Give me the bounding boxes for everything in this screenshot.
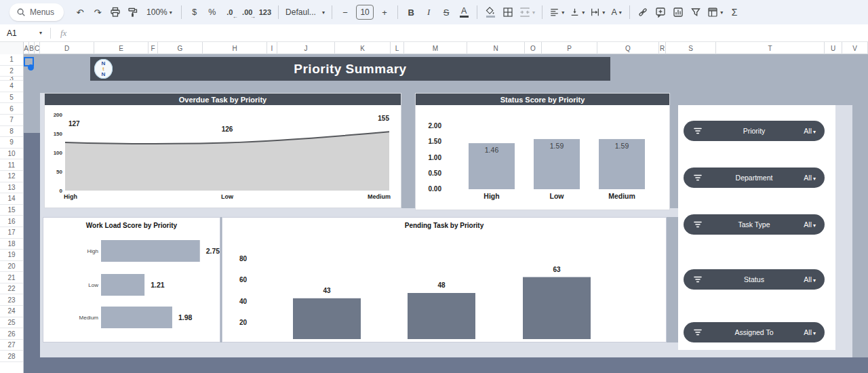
chevron-down-icon: ▾ (619, 9, 622, 16)
column-header-C[interactable]: C (35, 42, 40, 54)
slicer-priority[interactable]: Priority All▾ (684, 121, 825, 141)
row-header-14[interactable]: 14 (0, 193, 23, 205)
toolbar-divider (629, 5, 630, 19)
format-percent-button[interactable]: % (204, 3, 220, 21)
row-header-21[interactable]: 21 (0, 272, 23, 283)
slicer-status[interactable]: Status All▾ (684, 269, 825, 290)
increase-font-size-button[interactable]: + (376, 3, 393, 21)
row-header-23[interactable]: 23 (0, 294, 23, 306)
column-header-N[interactable]: N (467, 42, 525, 54)
insert-chart-button[interactable] (670, 3, 686, 21)
strikethrough-button[interactable]: S (438, 3, 454, 21)
italic-button[interactable]: I (420, 3, 437, 21)
chart-pending-task-by-priority[interactable]: Pending Task by Priority 80604020043High… (222, 217, 667, 342)
column-header-H[interactable]: H (203, 42, 267, 54)
row-header-13[interactable]: 13 (0, 182, 23, 194)
filter-icon (690, 7, 701, 18)
row-header-20[interactable]: 20 (0, 261, 23, 273)
row-header-28[interactable]: 28 (0, 351, 23, 362)
column-header-E[interactable]: E (94, 42, 149, 54)
borders-icon (502, 7, 513, 18)
column-header-O[interactable]: O (525, 42, 542, 54)
chart-status-score-by-priority[interactable]: Status Score by Priority 2.001.501.000.5… (415, 93, 670, 210)
row-header-4[interactable]: 4 (0, 81, 23, 92)
more-formats-button[interactable]: 123 (257, 3, 273, 21)
row-header-24[interactable]: 24 (0, 306, 23, 317)
borders-button[interactable] (500, 3, 516, 21)
row-header-6[interactable]: 6 (0, 103, 23, 115)
row-header-27[interactable]: 27 (0, 340, 23, 351)
column-header-T[interactable]: T (716, 42, 825, 54)
horizontal-align-button[interactable]: ▾ (547, 3, 566, 21)
column-header-S[interactable]: S (666, 42, 716, 54)
column-header-A[interactable]: A (24, 42, 29, 54)
row-header-19[interactable]: 19 (0, 250, 23, 261)
vertical-align-button[interactable]: ▾ (568, 3, 587, 21)
print-button[interactable] (107, 3, 123, 21)
column-header-M[interactable]: M (404, 42, 467, 54)
redo-button[interactable]: ↷ (90, 3, 106, 21)
merge-cells-button[interactable]: ▾ (517, 3, 537, 21)
row-header-12[interactable]: 12 (0, 171, 23, 182)
functions-button[interactable]: Σ (726, 3, 743, 21)
column-header-G[interactable]: G (158, 42, 203, 54)
insert-link-button[interactable] (635, 3, 651, 21)
column-header-Q[interactable]: Q (597, 42, 659, 54)
chart-work-load-score-by-priority[interactable]: Work Load Score by Priority High2.75Low1… (43, 217, 220, 342)
column-header-K[interactable]: K (335, 42, 391, 54)
column-header-D[interactable]: D (40, 42, 94, 54)
slicer-department[interactable]: Department All▾ (684, 168, 825, 188)
row-header-9[interactable]: 9 (0, 137, 23, 149)
text-wrap-button[interactable]: ▾ (588, 3, 607, 21)
font-size-input[interactable]: 10 (356, 5, 374, 20)
bold-button[interactable]: B (403, 3, 419, 21)
row-header-2[interactable]: 2 (0, 66, 23, 77)
paint-format-button[interactable] (125, 3, 141, 21)
decrease-font-size-button[interactable]: − (337, 3, 353, 21)
row-header-15[interactable]: 15 (0, 205, 23, 216)
column-header-J[interactable]: J (277, 42, 335, 54)
row-header-8[interactable]: 8 (0, 126, 23, 138)
row-header-22[interactable]: 22 (0, 283, 23, 295)
row-header-25[interactable]: 25 (0, 317, 23, 329)
horizontal-align-icon (549, 7, 559, 17)
zoom-select[interactable]: 100%▾ (142, 3, 176, 21)
row-header-16[interactable]: 16 (0, 216, 23, 227)
column-header-I[interactable]: I (267, 42, 277, 54)
chevron-down-icon: ▾ (39, 30, 42, 36)
column-header-L[interactable]: L (391, 42, 404, 54)
fill-color-button[interactable] (482, 3, 498, 21)
text-color-button[interactable]: A (456, 3, 472, 21)
row-header-5[interactable]: 5 (0, 92, 23, 104)
text-rotation-button[interactable]: A ▾ (608, 3, 625, 21)
name-box[interactable]: A1 ▾ (0, 28, 47, 38)
row-header-11[interactable]: 11 (0, 159, 23, 171)
row-header-18[interactable]: 18 (0, 239, 23, 250)
column-header-U[interactable]: U (825, 42, 842, 54)
row-header-1[interactable]: 1 (0, 54, 23, 66)
row-header-10[interactable]: 10 (0, 149, 23, 160)
undo-button[interactable]: ↶ (72, 3, 88, 21)
slicer-assigned-to[interactable]: Assigned To All▾ (684, 322, 825, 342)
format-currency-button[interactable]: $ (186, 3, 203, 21)
svg-text:100: 100 (54, 150, 63, 156)
font-family-select[interactable]: Defaul...▾ (283, 3, 327, 21)
select-all-corner[interactable] (0, 42, 24, 54)
selection-handle[interactable] (28, 64, 34, 71)
column-header-F[interactable]: F (149, 42, 158, 54)
row-header-7[interactable]: 7 (0, 115, 23, 126)
column-header-V[interactable]: V (842, 42, 868, 54)
decrease-decimal-button[interactable]: .0← (222, 3, 238, 21)
chart-overdue-task-by-priority[interactable]: Overdue Task by Priority 200150100500127… (44, 93, 401, 208)
slicer-task-type[interactable]: Task Type All▾ (684, 214, 825, 235)
insert-comment-button[interactable] (652, 3, 669, 21)
row-header-26[interactable]: 26 (0, 328, 23, 340)
row-header-17[interactable]: 17 (0, 227, 23, 239)
column-header-B[interactable]: B (29, 42, 35, 54)
create-filter-button[interactable] (688, 3, 704, 21)
column-header-P[interactable]: P (542, 42, 597, 54)
table-views-button[interactable]: ▾ (705, 3, 725, 21)
menus-button[interactable]: Menus (9, 3, 64, 21)
increase-decimal-button[interactable]: .00→ (239, 3, 256, 21)
column-header-R[interactable]: R (659, 42, 666, 54)
